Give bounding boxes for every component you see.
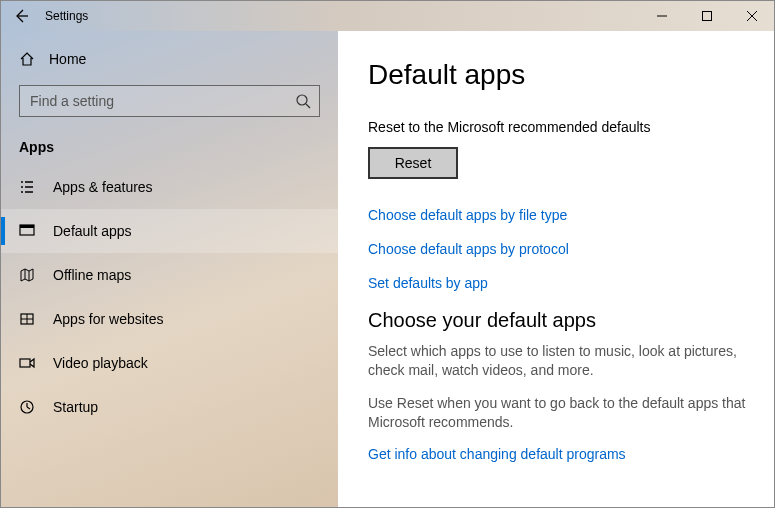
sidebar: Home Apps Apps & features Default apps O… [1, 31, 338, 507]
nav-label: Apps for websites [53, 311, 164, 327]
search-input[interactable] [20, 93, 287, 109]
video-icon [19, 355, 35, 371]
svg-point-1 [297, 95, 307, 105]
section-desc-2: Use Reset when you want to go back to th… [368, 394, 752, 432]
home-label: Home [49, 51, 86, 67]
titlebar: Settings [1, 1, 774, 31]
link-by-file-type[interactable]: Choose default apps by file type [368, 207, 752, 223]
list-icon [19, 179, 35, 195]
back-arrow-icon [13, 8, 29, 24]
section-desc-1: Select which apps to use to listen to mu… [368, 342, 752, 380]
search-box[interactable] [19, 85, 320, 117]
nav-video-playback[interactable]: Video playback [1, 341, 338, 385]
nav-label: Default apps [53, 223, 132, 239]
nav-default-apps[interactable]: Default apps [1, 209, 338, 253]
main-content: Default apps Reset to the Microsoft reco… [338, 31, 774, 507]
minimize-icon [657, 11, 667, 21]
link-by-app[interactable]: Set defaults by app [368, 275, 752, 291]
nav-label: Offline maps [53, 267, 131, 283]
startup-icon [19, 399, 35, 415]
link-get-info[interactable]: Get info about changing default programs [368, 446, 752, 462]
body: Home Apps Apps & features Default apps O… [1, 31, 774, 507]
window-controls [639, 1, 774, 31]
home-icon [19, 51, 35, 67]
category-label: Apps [1, 131, 338, 165]
nav-label: Startup [53, 399, 98, 415]
close-icon [747, 11, 757, 21]
window-title: Settings [41, 9, 88, 23]
svg-rect-5 [20, 359, 30, 367]
search-icon-wrap [287, 93, 319, 109]
maximize-icon [702, 11, 712, 21]
nav-startup[interactable]: Startup [1, 385, 338, 429]
nav-label: Apps & features [53, 179, 153, 195]
settings-window: Settings Home Apps [0, 0, 775, 508]
search-icon [295, 93, 311, 109]
home-nav[interactable]: Home [1, 41, 338, 77]
nav-apps-features[interactable]: Apps & features [1, 165, 338, 209]
svg-rect-3 [20, 225, 34, 228]
back-button[interactable] [1, 1, 41, 31]
reset-button[interactable]: Reset [368, 147, 458, 179]
page-title: Default apps [368, 59, 752, 91]
nav-offline-maps[interactable]: Offline maps [1, 253, 338, 297]
nav-label: Video playback [53, 355, 148, 371]
nav-apps-websites[interactable]: Apps for websites [1, 297, 338, 341]
default-apps-icon [19, 223, 35, 239]
section-heading: Choose your default apps [368, 309, 752, 332]
maximize-button[interactable] [684, 1, 729, 31]
map-icon [19, 267, 35, 283]
apps-websites-icon [19, 311, 35, 327]
reset-description: Reset to the Microsoft recommended defau… [368, 119, 752, 135]
link-by-protocol[interactable]: Choose default apps by protocol [368, 241, 752, 257]
close-button[interactable] [729, 1, 774, 31]
minimize-button[interactable] [639, 1, 684, 31]
svg-rect-0 [702, 12, 711, 21]
